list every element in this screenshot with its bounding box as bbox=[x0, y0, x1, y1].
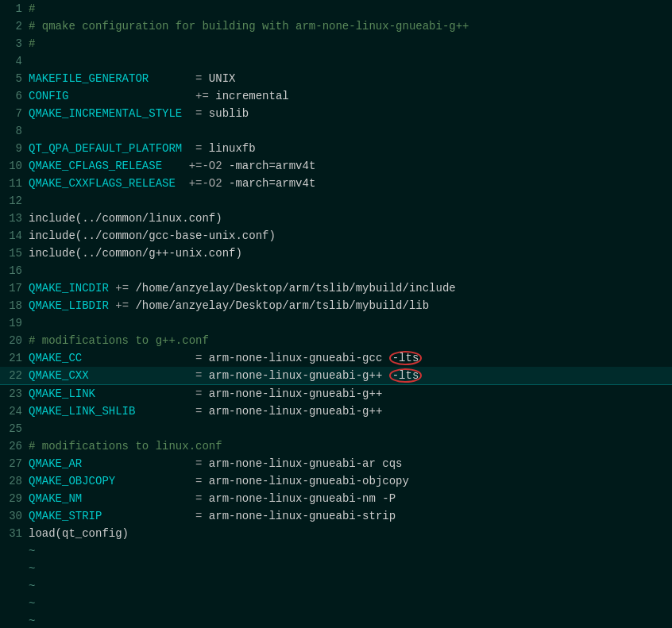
line-10: 10 QMAKE_CFLAGS_RELEASE +=-O2 -march=arm… bbox=[0, 157, 672, 175]
line-19: 19 bbox=[0, 314, 672, 332]
tilde-line-4: ~ bbox=[0, 595, 672, 612]
line-21: 21 QMAKE_CC = arm-none-linux-gnueabi-gcc… bbox=[0, 349, 672, 367]
line-4: 4 bbox=[0, 52, 672, 70]
lts-gcc-circle: -lts bbox=[389, 351, 423, 365]
line-30: 30 QMAKE_STRIP = arm-none-linux-gnueabi-… bbox=[0, 507, 672, 525]
line-14: 14 include(../common/gcc-base-unix.conf) bbox=[0, 227, 672, 245]
tilde-line-5: ~ bbox=[0, 612, 672, 628]
line-8: 8 bbox=[0, 122, 672, 140]
line-17: 17 QMAKE_INCDIR += /home/anzyelay/Deskto… bbox=[0, 279, 672, 297]
line-15: 15 include(../common/g++-unix.conf) bbox=[0, 245, 672, 262]
line-7: 7 QMAKE_INCREMENTAL_STYLE = sublib bbox=[0, 105, 672, 122]
line-20: 20 # modifications to g++.conf bbox=[0, 332, 672, 349]
line-1: 1 # bbox=[0, 0, 672, 17]
lts-gxx-circle: -lts bbox=[389, 368, 423, 383]
line-22: 22 QMAKE_CXX = arm-none-linux-gnueabi-g+… bbox=[0, 367, 672, 385]
editor-window: 1 # 2 # qmake configuration for building… bbox=[0, 0, 672, 628]
line-26: 26 # modifications to linux.conf bbox=[0, 437, 672, 455]
line-2: 2 # qmake configuration for building wit… bbox=[0, 17, 672, 35]
line-25: 25 bbox=[0, 420, 672, 437]
line-12: 12 bbox=[0, 192, 672, 210]
tilde-line-2: ~ bbox=[0, 560, 672, 577]
line-11: 11 QMAKE_CXXFLAGS_RELEASE +=-O2 -march=a… bbox=[0, 175, 672, 192]
line-5: 5 MAKEFILE_GENERATOR = UNIX bbox=[0, 70, 672, 87]
line-29: 29 QMAKE_NM = arm-none-linux-gnueabi-nm … bbox=[0, 490, 672, 507]
tilde-line-1: ~ bbox=[0, 542, 672, 560]
line-13: 13 include(../common/linux.conf) bbox=[0, 210, 672, 227]
line-16: 16 bbox=[0, 262, 672, 279]
line-3: 3 # bbox=[0, 35, 672, 52]
line-27: 27 QMAKE_AR = arm-none-linux-gnueabi-ar … bbox=[0, 455, 672, 472]
line-6: 6 CONFIG += incremental bbox=[0, 87, 672, 105]
line-31: 31 load(qt_config) bbox=[0, 525, 672, 542]
line-9: 9 QT_QPA_DEFAULT_PLATFORM = linuxfb bbox=[0, 140, 672, 157]
tilde-line-3: ~ bbox=[0, 577, 672, 595]
line-28: 28 QMAKE_OBJCOPY = arm-none-linux-gnueab… bbox=[0, 472, 672, 490]
line-24: 24 QMAKE_LINK_SHLIB = arm-none-linux-gnu… bbox=[0, 403, 672, 420]
line-23: 23 QMAKE_LINK = arm-none-linux-gnueabi-g… bbox=[0, 385, 672, 403]
line-18: 18 QMAKE_LIBDIR += /home/anzyelay/Deskto… bbox=[0, 297, 672, 314]
